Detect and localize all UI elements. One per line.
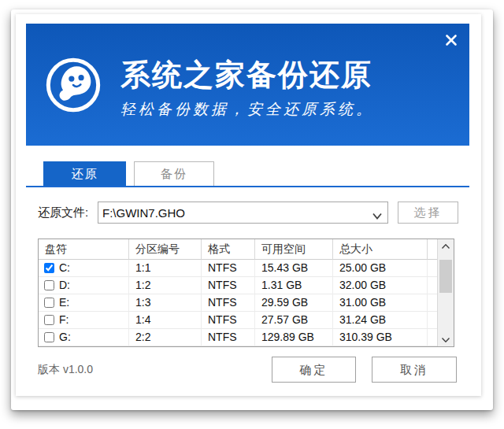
total-size-cell: 32.00 GB	[333, 277, 428, 294]
format-cell: NTFS	[202, 294, 255, 312]
format-cell: NTFS	[202, 277, 255, 294]
partition-table: 盘符 分区编号 格式 可用空间 总大小 C: 1:1 NTFS	[38, 239, 454, 347]
drive-checkbox[interactable]	[44, 263, 54, 273]
close-icon	[445, 34, 458, 50]
tab-restore[interactable]: 还原	[43, 161, 126, 186]
select-file-button[interactable]: 选择	[398, 202, 458, 224]
scroll-up-icon[interactable]	[438, 239, 454, 253]
column-header-free[interactable]: 可用空间	[255, 239, 333, 260]
column-header-filler	[428, 239, 437, 260]
restore-file-label: 还原文件:	[38, 202, 88, 224]
app-window: 系统之家备份还原 轻松备份数据，安全还原系统。 还原 备份 还原文件: F:\G…	[11, 9, 493, 410]
free-space-cell: 29.59 GB	[255, 294, 333, 312]
partition-cell: 2:2	[129, 329, 202, 346]
app-subtitle: 轻松备份数据，安全还原系统。	[120, 99, 374, 120]
drive-label: G:	[59, 329, 71, 346]
drive-checkbox[interactable]	[44, 315, 54, 325]
chevron-down-icon	[372, 209, 382, 223]
column-header-total[interactable]: 总大小	[333, 239, 428, 260]
scrollbar-thumb[interactable]	[439, 260, 452, 293]
total-size-cell: 31.00 GB	[333, 294, 428, 312]
drive-label: C:	[59, 260, 70, 276]
close-button[interactable]	[441, 31, 461, 52]
column-header-drive[interactable]: 盘符	[39, 239, 129, 260]
table-row[interactable]: C: 1:1 NTFS 15.43 GB 25.00 GB	[39, 260, 437, 277]
free-space-cell: 1.31 GB	[255, 277, 333, 294]
format-cell: NTFS	[202, 260, 255, 277]
drive-label: D:	[59, 277, 70, 294]
app-header: 系统之家备份还原 轻松备份数据，安全还原系统。	[26, 24, 469, 146]
ok-button[interactable]: 确定	[272, 357, 356, 383]
partition-cell: 1:2	[129, 277, 202, 294]
table-row[interactable]: F: 1:4 NTFS 27.57 GB 31.24 GB	[39, 312, 437, 329]
filler-cell	[428, 329, 437, 346]
scroll-down-icon[interactable]	[438, 333, 454, 346]
free-space-cell: 129.89 GB	[255, 329, 333, 346]
drive-checkbox[interactable]	[44, 280, 54, 290]
tab-underline	[26, 186, 469, 187]
partition-cell: 1:4	[129, 312, 202, 329]
table-row[interactable]: G: 2:2 NTFS 129.89 GB 310.39 GB	[39, 329, 437, 346]
free-space-cell: 15.43 GB	[255, 260, 333, 277]
free-space-cell: 27.57 GB	[255, 312, 333, 329]
table-row[interactable]: E: 1:3 NTFS 29.59 GB 31.00 GB	[39, 294, 437, 312]
ghost-logo-icon	[45, 57, 102, 113]
app-panel: 系统之家备份还原 轻松备份数据，安全还原系统。 还原 备份 还原文件: F:\G…	[16, 14, 481, 396]
app-title: 系统之家备份还原	[120, 55, 372, 95]
table-row[interactable]: D: 1:2 NTFS 1.31 GB 32.00 GB	[39, 277, 437, 294]
total-size-cell: 310.39 GB	[333, 329, 428, 346]
filler-cell	[428, 260, 437, 277]
column-header-format[interactable]: 格式	[202, 239, 255, 260]
filler-cell	[428, 277, 437, 294]
restore-file-value: F:\GWIN7.GHO	[102, 206, 185, 220]
partition-cell: 1:3	[129, 294, 202, 312]
drive-checkbox[interactable]	[44, 298, 54, 308]
column-header-partition[interactable]: 分区编号	[129, 239, 202, 260]
table-header-row: 盘符 分区编号 格式 可用空间 总大小	[39, 239, 437, 260]
version-label: 版本 v1.0.0	[38, 357, 93, 383]
drive-label: E:	[59, 294, 69, 311]
format-cell: NTFS	[202, 312, 255, 329]
cancel-button[interactable]: 取消	[372, 357, 457, 383]
drive-checkbox[interactable]	[44, 332, 54, 342]
partition-cell: 1:1	[129, 260, 202, 277]
screenshot-root: 系统之家备份还原 轻松备份数据，安全还原系统。 还原 备份 还原文件: F:\G…	[0, 0, 504, 429]
filler-cell	[428, 312, 437, 329]
filler-cell	[428, 294, 437, 312]
tab-backup[interactable]: 备份	[134, 161, 214, 186]
drive-label: F:	[59, 312, 69, 328]
total-size-cell: 31.24 GB	[333, 312, 428, 329]
table-scrollbar[interactable]	[437, 239, 454, 346]
total-size-cell: 25.00 GB	[333, 260, 428, 277]
restore-file-combobox[interactable]: F:\GWIN7.GHO	[98, 202, 388, 224]
format-cell: NTFS	[202, 329, 255, 346]
